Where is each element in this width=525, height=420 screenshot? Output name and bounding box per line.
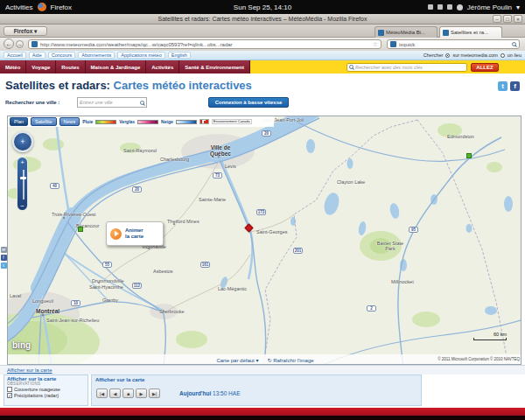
route-shield: 201 (293, 248, 303, 254)
bookmark-star-icon[interactable]: ☆ (373, 41, 378, 48)
map-label: Trois-Rivières-Ouest (52, 212, 95, 217)
scope-option-place[interactable]: un lieu (508, 52, 522, 58)
map-label: Sainte-Marie (199, 197, 226, 202)
window-titlebar[interactable]: Satellites et radars: Cartes météo inter… (0, 14, 525, 24)
search-icon[interactable] (140, 101, 144, 105)
view-tab-plan[interactable]: Plan (10, 117, 28, 126)
skip-end-button[interactable]: ▶| (149, 388, 160, 398)
map-label: Baxter State Park (374, 241, 407, 251)
zoom-out-icon[interactable]: − (18, 202, 27, 210)
browser-tab-satellites-active[interactable]: Satellites et ra... (439, 26, 502, 38)
tab-favicon (378, 30, 384, 36)
scope-option-site[interactable]: sur meteomedia.com (452, 52, 497, 58)
route-shield: 20 (132, 186, 142, 192)
battery-icon[interactable] (447, 4, 452, 10)
radio-place-scope[interactable] (500, 53, 505, 58)
skip-start-button[interactable]: |◀ (96, 388, 108, 398)
facebook-share-icon[interactable]: f (1, 255, 7, 261)
legend-label-snow: Neige (161, 119, 173, 124)
stop-button[interactable]: ■ (122, 388, 134, 398)
station-marker-green[interactable] (78, 227, 83, 232)
link-accueil[interactable]: Accueil (4, 52, 26, 59)
link-aide[interactable]: Aide (29, 52, 46, 59)
minimize-button[interactable]: – (493, 15, 501, 23)
refresh-map-link[interactable]: ↻ Rafraîchir l'image (267, 357, 313, 363)
nav-tab-routes[interactable]: Routes (56, 60, 85, 74)
tab-strip: Firefox ▾ MétéoMédia Bi... Satellites et… (0, 24, 525, 38)
map-label: Edmundston (447, 134, 474, 139)
close-button[interactable]: × (514, 15, 522, 23)
legend-label-ice: Verglas (119, 119, 135, 124)
forward-button[interactable]: → (16, 40, 24, 48)
twitter-share-icon[interactable]: t (1, 262, 7, 269)
play-icon (110, 228, 122, 240)
network-icon[interactable] (438, 4, 443, 10)
map-label: Saint-Jean-sur-Richelieu (46, 318, 99, 323)
keyword-search-input[interactable]: Rechercher avec des mots clés (346, 63, 467, 72)
station-marker-green[interactable] (466, 153, 472, 158)
link-concours[interactable]: Concours (48, 52, 76, 59)
low-speed-connection-button[interactable]: Connexion à basse vitesse (208, 97, 289, 108)
system-top-bar: Activities Firefox Sun Sep 25, 14:10 Jér… (0, 0, 525, 14)
allez-button[interactable]: ALLEZ (471, 63, 499, 72)
city-search-label: Rechercher une ville : (5, 100, 60, 105)
route-shield: 20 (262, 130, 271, 136)
legend-gradient-snow (176, 120, 197, 124)
show-on-map-link[interactable]: Afficher sur la carte (7, 368, 52, 373)
user-menu-caret-icon: ▾ (516, 4, 520, 11)
legend-label-rain: Pluie (82, 119, 93, 124)
nav-tab-activites[interactable]: Activités (146, 60, 179, 74)
animate-map-button[interactable]: Animerla carte (106, 221, 164, 246)
map-zoom-slider[interactable]: + − (17, 157, 28, 211)
user-menu[interactable]: Jérôme Poulin (467, 4, 512, 11)
back-button[interactable]: ← (4, 38, 14, 49)
map-compass-control[interactable]: + (12, 131, 33, 152)
route-shield: 173 (256, 209, 266, 215)
link-applications-meteo[interactable]: Applications météo (117, 52, 164, 59)
route-shield: 10 (71, 300, 80, 306)
firefox-menu-button[interactable]: Firefox ▾ (4, 26, 47, 36)
bottom-edge (0, 416, 525, 420)
page-title: Satellites et radars: Cartes météo inter… (5, 79, 252, 92)
radio-site-scope[interactable] (445, 53, 450, 58)
step-back-button[interactable]: ◀ (109, 388, 121, 398)
nav-tab-meteo[interactable]: Météo (0, 60, 26, 74)
link-english[interactable]: English (168, 52, 191, 59)
search-engine-name: ixquick (399, 42, 415, 47)
view-tab-satellite[interactable]: Satellite (31, 117, 57, 126)
view-tab-news[interactable]: News (60, 117, 80, 126)
browser-tab-meteomedia[interactable]: MétéoMédia Bi... (374, 26, 438, 38)
nav-tab-voyage[interactable]: Voyage (26, 60, 56, 74)
map-label: Asbestos (153, 269, 173, 274)
volume-icon[interactable] (428, 4, 433, 10)
tab-title: MétéoMédia Bi... (386, 30, 425, 35)
map-label: Thetford Mines (167, 219, 200, 224)
map-label: Saint-Georges (256, 229, 287, 234)
twitter-icon[interactable]: t (498, 81, 508, 91)
map-graphics (8, 116, 522, 365)
url-bar[interactable]: http://www.meteomedia.com/weather/maps/q… (28, 39, 382, 49)
zoom-in-icon[interactable]: + (18, 158, 27, 166)
map-canvas[interactable]: Plan Satellite News Pluie Verglas Neige … (7, 116, 522, 365)
browser-search-bar[interactable]: ixquick (387, 39, 520, 49)
search-icon[interactable] (512, 42, 516, 46)
map-label: Montréal (36, 308, 60, 314)
default-map-link[interactable]: Carte par défaut ▾ (216, 357, 258, 363)
link-abonnements[interactable]: Abonnements (78, 52, 115, 59)
browser-toolbar: ← → http://www.meteomedia.com/weather/ma… (0, 38, 525, 51)
nav-tab-maison-jardinage[interactable]: Maison & Jardinage (86, 60, 147, 74)
bing-logo[interactable]: bing (12, 340, 31, 350)
city-search-input[interactable]: Entrez une ville (77, 97, 147, 108)
keyword-placeholder: Rechercher avec des mots clés (355, 65, 423, 70)
facebook-icon[interactable]: f (510, 81, 520, 91)
nav-tab-sante-environnement[interactable]: Santé & Environnement (179, 60, 250, 74)
radar-precip-checkbox[interactable] (7, 393, 12, 398)
play-button[interactable]: ▶ (136, 388, 147, 398)
maximize-button[interactable]: □ (503, 15, 512, 23)
timeline-panel: Afficher sur la carte |◀ ◀ ■ ▶ ▶| Aujour… (91, 374, 422, 406)
search-engine-icon[interactable] (390, 41, 396, 47)
zoom-knob[interactable] (20, 177, 26, 179)
email-share-icon[interactable]: ✉ (1, 247, 7, 253)
site-favicon (32, 41, 38, 47)
environment-canada-logo: Environnement Canada (212, 119, 252, 124)
